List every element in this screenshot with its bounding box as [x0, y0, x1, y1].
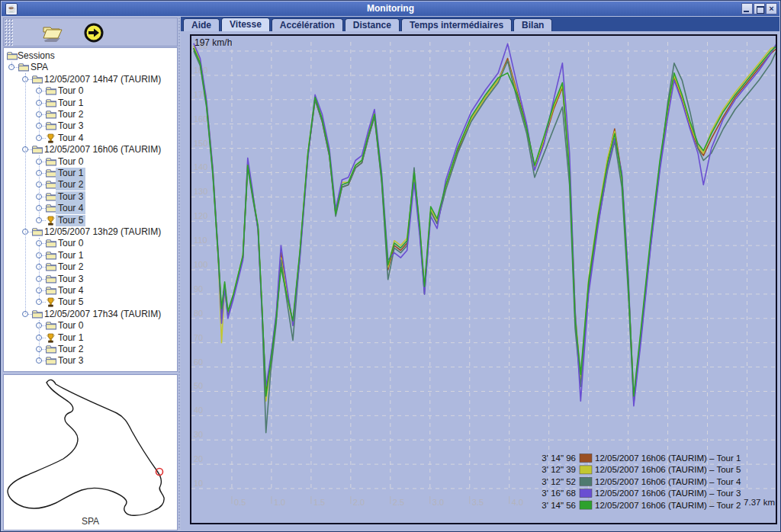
maximize-button[interactable]: [754, 3, 765, 14]
folder-icon: [32, 145, 43, 154]
y-tick-label: 160: [194, 114, 207, 123]
tree-label[interactable]: 12/05/2007 13h29 (TAURIM): [42, 226, 163, 238]
tree-session-0-tour-4[interactable]: Tour 4: [4, 133, 177, 144]
tree-session-3[interactable]: 12/05/2007 17h34 (TAURIM): [4, 309, 177, 320]
tree-session-0-tour-2[interactable]: Tour 2: [4, 109, 177, 120]
legend-laptime: 3' 12" 52: [542, 477, 576, 486]
tree-label[interactable]: Tour 2: [56, 344, 85, 355]
tree-session-1-tour-0[interactable]: Tour 0: [4, 156, 177, 168]
tree-label[interactable]: Tour 1: [56, 250, 85, 261]
tab-vitesse[interactable]: Vitesse: [221, 18, 270, 31]
tree-session-3-tour-1[interactable]: Tour 1: [4, 332, 177, 344]
open-session-button[interactable]: [36, 21, 62, 43]
track-outline: [4, 375, 177, 517]
legend-label: 12/05/2007 16h06 (TAURIM) – Tour 4: [595, 477, 741, 486]
legend-swatch: [580, 454, 592, 463]
tree-label[interactable]: Tour 1: [56, 332, 85, 344]
tree-label[interactable]: Tour 3: [56, 274, 85, 285]
tree-session-2[interactable]: 12/05/2007 13h29 (TAURIM): [4, 226, 177, 238]
tree-label[interactable]: Tour 2: [56, 179, 85, 191]
tree-session-0[interactable]: 12/05/2007 14h47 (TAURIM): [4, 74, 177, 85]
tree-label[interactable]: Tour 2: [56, 261, 85, 273]
tab-bilan[interactable]: Bilan: [513, 18, 552, 31]
tree-label[interactable]: Tour 0: [56, 320, 85, 332]
x-tick-label: 3.5: [472, 498, 484, 507]
legend-swatch: [580, 477, 592, 486]
tree-session-1-tour-1[interactable]: Tour 1: [4, 168, 177, 179]
tree-session-1-tour-3[interactable]: Tour 3: [4, 191, 177, 203]
folder-icon: [46, 86, 56, 95]
tree-session-2-tour-2[interactable]: Tour 2: [4, 261, 177, 273]
tree-label[interactable]: Tour 4: [56, 133, 85, 144]
go-next-button[interactable]: [79, 21, 104, 43]
tab-aide[interactable]: Aide: [183, 18, 220, 31]
toolbar: [3, 18, 178, 46]
distance-end-label: 7.37 km: [744, 498, 775, 507]
tree-label[interactable]: 12/05/2007 14h47 (TAURIM): [42, 74, 163, 85]
tree-label[interactable]: Tour 4: [56, 203, 85, 214]
tree-group-spa[interactable]: SPA: [4, 62, 177, 73]
tree-session-1[interactable]: 12/05/2007 16h06 (TAURIM): [4, 144, 177, 155]
tree-label[interactable]: Tour 1: [56, 98, 85, 109]
tree-session-0-tour-1[interactable]: Tour 1: [4, 98, 177, 109]
tree-root-sessions[interactable]: Sessions: [4, 50, 177, 62]
tree-session-3-tour-0[interactable]: Tour 0: [4, 320, 177, 332]
tree-label[interactable]: Tour 5: [56, 215, 85, 226]
tree-session-2-tour-4[interactable]: Tour 4: [4, 285, 177, 296]
track-map-panel: SPA: [3, 374, 178, 530]
tree-label[interactable]: Tour 0: [56, 156, 85, 168]
folder-icon: [46, 204, 56, 213]
tree-label[interactable]: Tour 2: [56, 109, 85, 120]
tree-session-2-tour-5[interactable]: Tour 5: [4, 296, 177, 308]
tab-strip: AideVitesseAccélérationDistanceTemps int…: [181, 17, 779, 31]
window-title: Monitoring: [2, 2, 779, 16]
folder-icon: [18, 62, 29, 72]
tree-label[interactable]: SPA: [28, 62, 50, 73]
tree-label[interactable]: Tour 5: [56, 296, 85, 308]
tree-label[interactable]: Tour 1: [56, 168, 85, 179]
tree-label[interactable]: Tour 0: [56, 85, 85, 97]
tree-session-2-tour-3[interactable]: Tour 3: [4, 274, 177, 285]
tab-distance[interactable]: Distance: [345, 18, 400, 31]
toolbar-grip[interactable]: [4, 18, 14, 46]
y-tick-label: 30: [194, 430, 203, 439]
tree-session-1-tour-2[interactable]: Tour 2: [4, 179, 177, 191]
tree-session-2-tour-0[interactable]: Tour 0: [4, 238, 177, 249]
speed-chart-canvas[interactable]: 1020304050607080901001101201301401501601…: [190, 34, 777, 524]
tree-label[interactable]: 12/05/2007 17h34 (TAURIM): [42, 309, 163, 320]
tree-session-0-tour-3[interactable]: Tour 3: [4, 120, 177, 132]
y-tick-label: 20: [194, 454, 203, 463]
tree-session-3-tour-3[interactable]: Tour 3: [4, 355, 177, 367]
folder-icon: [46, 345, 56, 354]
tree-connector: [25, 73, 26, 313]
folder-icon: [46, 168, 56, 178]
y-tick-label: 50: [194, 381, 203, 390]
tree-session-0-tour-0[interactable]: Tour 0: [4, 85, 177, 97]
tree-label[interactable]: Sessions: [15, 50, 57, 62]
folder-icon: [46, 98, 56, 107]
y-tick-label: 130: [194, 187, 207, 196]
folder-icon: [46, 251, 56, 260]
close-button[interactable]: ×: [766, 3, 777, 14]
tab-accélération[interactable]: Accélération: [272, 18, 343, 31]
tree-session-1-tour-5[interactable]: Tour 5: [4, 215, 177, 226]
folder-icon: [46, 192, 56, 201]
tree-label[interactable]: Tour 3: [56, 355, 85, 367]
tree-session-3-tour-2[interactable]: Tour 2: [4, 344, 177, 355]
tree-label[interactable]: Tour 0: [56, 238, 85, 249]
y-tick-label: 60: [194, 357, 203, 367]
tree-session-2-tour-1[interactable]: Tour 1: [4, 250, 177, 261]
y-tick-label: 70: [194, 333, 203, 342]
y-tick-label: 110: [194, 236, 207, 245]
tree-label[interactable]: Tour 3: [56, 191, 85, 203]
legend-swatch: [580, 489, 592, 498]
tree-label[interactable]: Tour 4: [56, 285, 85, 296]
y-tick-label: 40: [194, 405, 203, 415]
tree-label[interactable]: 12/05/2007 16h06 (TAURIM): [42, 144, 163, 155]
minimize-button[interactable]: [741, 3, 753, 14]
tree-label[interactable]: Tour 3: [56, 120, 85, 132]
y-tick-label: 10: [194, 479, 203, 488]
tree-session-1-tour-4[interactable]: Tour 4: [4, 203, 177, 214]
tab-temps-intermédiaires[interactable]: Temps intermédiaires: [401, 18, 512, 31]
trophy-icon: [46, 133, 56, 143]
